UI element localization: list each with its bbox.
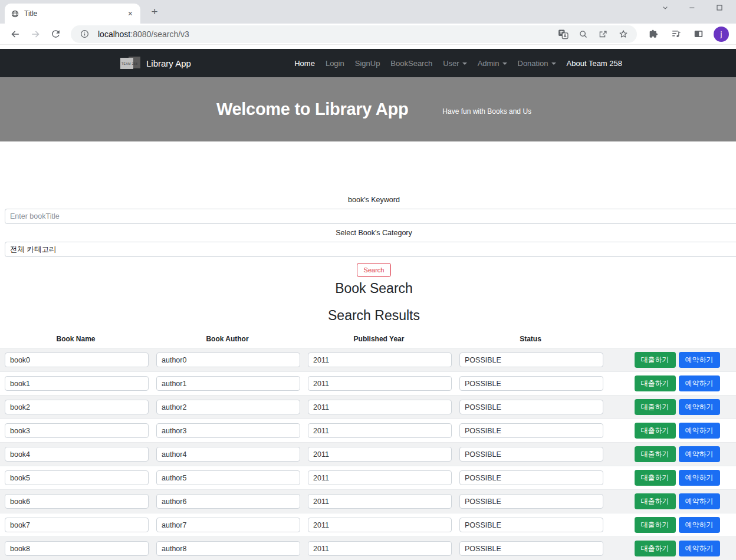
book-author-input[interactable] [156, 353, 300, 367]
tab-close-icon[interactable]: × [126, 9, 134, 18]
borrow-button[interactable]: 대출하기 [635, 517, 676, 533]
results-rows: 대출하기예약하기대출하기예약하기대출하기예약하기대출하기예약하기대출하기예약하기… [0, 348, 736, 560]
book-name-input[interactable] [5, 376, 149, 391]
hero-subtitle: Have fun with Books and Us [442, 107, 531, 116]
hero-banner: Welcome to Library App Have fun with Boo… [0, 77, 736, 141]
category-select[interactable]: 전체 카테고리 [5, 242, 736, 257]
book-author-input[interactable] [156, 400, 300, 414]
table-row: 대출하기예약하기 [0, 513, 736, 536]
tab-search-chevron-icon[interactable] [661, 3, 670, 12]
borrow-button[interactable]: 대출하기 [635, 423, 676, 439]
search-button[interactable]: Search [357, 263, 392, 277]
published-year-input[interactable] [308, 353, 452, 367]
maximize-icon[interactable] [715, 3, 724, 12]
back-icon[interactable] [7, 26, 24, 42]
book-title-input[interactable] [5, 209, 736, 224]
reserve-button[interactable]: 예약하기 [679, 493, 720, 509]
browser-chrome: Title × + [0, 0, 736, 45]
published-year-input[interactable] [308, 494, 452, 509]
reserve-button[interactable]: 예약하기 [679, 375, 720, 391]
status-input[interactable] [459, 541, 603, 556]
reserve-button[interactable]: 예약하기 [679, 517, 720, 533]
status-input[interactable] [459, 423, 603, 438]
page-top-gap [0, 45, 736, 49]
media-controls-icon[interactable] [669, 27, 683, 41]
book-author-input[interactable] [156, 541, 300, 556]
reserve-button[interactable]: 예약하기 [679, 399, 720, 415]
browser-tab[interactable]: Title × [5, 4, 140, 24]
reserve-button[interactable]: 예약하기 [679, 352, 720, 368]
minimize-icon[interactable] [688, 3, 697, 12]
nav-signup[interactable]: SignUp [350, 59, 386, 68]
address-bar[interactable]: localhost:8080/search/v3 [71, 25, 637, 43]
book-name-input[interactable] [5, 494, 149, 509]
browser-toolbar: localhost:8080/search/v3 [0, 24, 736, 45]
book-author-input[interactable] [156, 494, 300, 509]
side-panel-icon[interactable] [691, 27, 705, 41]
reserve-button[interactable]: 예약하기 [679, 423, 720, 439]
borrow-button[interactable]: 대출하기 [635, 375, 676, 391]
profile-avatar[interactable]: j [714, 27, 729, 42]
published-year-input[interactable] [308, 400, 452, 414]
forward-icon[interactable] [27, 26, 44, 42]
table-row: 대출하기예약하기 [0, 371, 736, 395]
keyword-label: book's Keyword [0, 196, 736, 204]
nav-donation[interactable]: Donation [512, 59, 561, 68]
book-author-input[interactable] [156, 376, 300, 391]
new-tab-button[interactable]: + [147, 5, 162, 19]
borrow-button[interactable]: 대출하기 [635, 541, 676, 556]
book-name-input[interactable] [5, 423, 149, 438]
book-name-input[interactable] [5, 518, 149, 532]
nav-login[interactable]: Login [320, 59, 350, 68]
results-title: Search Results [0, 308, 736, 324]
brand[interactable]: TEAM 258 Library App [120, 55, 191, 71]
bookmark-star-icon[interactable] [617, 28, 630, 41]
book-name-input[interactable] [5, 400, 149, 414]
book-author-input[interactable] [156, 470, 300, 485]
reserve-button[interactable]: 예약하기 [679, 446, 720, 462]
search-lens-icon[interactable] [577, 28, 590, 41]
borrow-button[interactable]: 대출하기 [635, 399, 676, 415]
chevron-down-icon [462, 62, 467, 65]
status-input[interactable] [459, 353, 603, 367]
share-icon[interactable] [597, 28, 610, 41]
borrow-button[interactable]: 대출하기 [635, 352, 676, 368]
status-input[interactable] [459, 494, 603, 509]
tab-strip: Title × + [0, 0, 736, 24]
borrow-button[interactable]: 대출하기 [635, 446, 676, 462]
status-input[interactable] [459, 376, 603, 391]
refresh-icon[interactable] [47, 26, 64, 42]
published-year-input[interactable] [308, 447, 452, 462]
borrow-button[interactable]: 대출하기 [635, 470, 676, 486]
book-name-input[interactable] [5, 353, 149, 367]
book-name-input[interactable] [5, 541, 149, 556]
reserve-button[interactable]: 예약하기 [679, 470, 720, 486]
published-year-input[interactable] [308, 423, 452, 438]
published-year-input[interactable] [308, 541, 452, 556]
brand-logo-icon: TEAM 258 [120, 55, 140, 71]
table-row: 대출하기예약하기 [0, 419, 736, 442]
info-icon[interactable] [78, 28, 91, 41]
borrow-button[interactable]: 대출하기 [635, 493, 676, 509]
extensions-icon[interactable] [646, 27, 661, 41]
book-author-input[interactable] [156, 423, 300, 438]
translate-icon[interactable] [557, 28, 570, 41]
status-input[interactable] [459, 400, 603, 414]
status-input[interactable] [459, 447, 603, 462]
nav-admin[interactable]: Admin [472, 59, 512, 68]
nav-about-team-258[interactable]: About Team 258 [561, 59, 627, 68]
book-name-input[interactable] [5, 447, 149, 462]
book-name-input[interactable] [5, 470, 149, 485]
book-author-input[interactable] [156, 518, 300, 532]
published-year-input[interactable] [308, 376, 452, 391]
published-year-input[interactable] [308, 470, 452, 485]
nav-booksearch[interactable]: BookSearch [385, 59, 438, 68]
published-year-input[interactable] [308, 518, 452, 532]
column-header: Published Year [303, 335, 455, 343]
status-input[interactable] [459, 518, 603, 532]
status-input[interactable] [459, 470, 603, 485]
nav-home[interactable]: Home [289, 59, 320, 68]
reserve-button[interactable]: 예약하기 [679, 541, 720, 556]
book-author-input[interactable] [156, 447, 300, 462]
nav-user[interactable]: User [438, 59, 472, 68]
